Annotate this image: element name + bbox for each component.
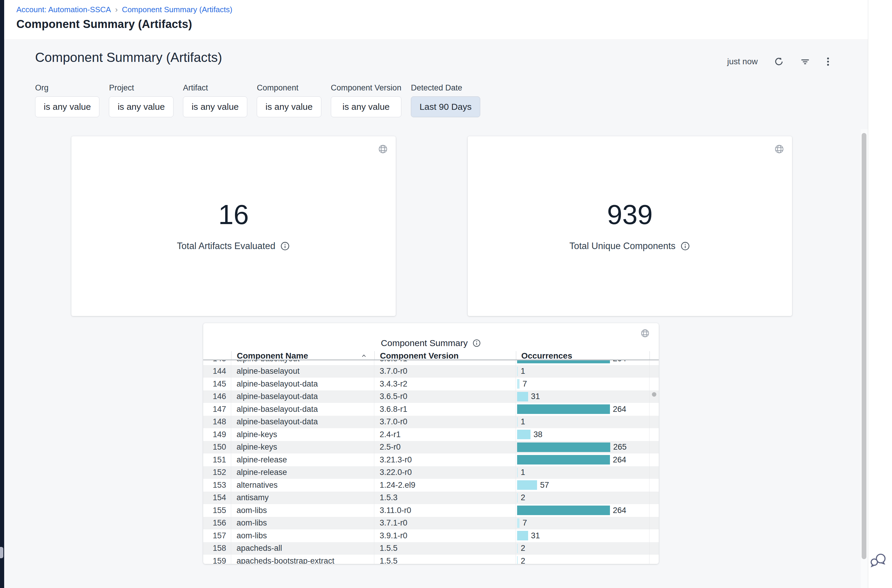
table-scrollbar-thumb[interactable] [652, 392, 657, 397]
stat-label: Total Artifacts Evaluated [177, 241, 276, 252]
occurrence-bar [517, 518, 520, 528]
cell-component-name: aom-libs [231, 504, 374, 517]
cell-gutter [649, 428, 659, 441]
filter-value-button[interactable]: is any value [257, 96, 321, 117]
last-refreshed-text: just now [727, 57, 758, 66]
info-icon[interactable] [680, 241, 690, 251]
cell-component-version: 3.7.0-r0 [374, 365, 516, 378]
cell-occurrences: 7 [516, 378, 649, 390]
cell-component-name: apacheds-bootstrap-extract [231, 555, 374, 564]
table-body-viewport[interactable]: 143 alpine-baselayout 3.6.8-r1 264 144 a… [203, 360, 659, 564]
filter-chip: Detected Date Last 90 Days [411, 83, 480, 117]
more-options-button[interactable] [826, 57, 830, 67]
table-row: 151 alpine-release 3.21.3-r0 264 [203, 453, 659, 466]
filter-button[interactable] [800, 57, 810, 67]
collapsed-nav-strip [0, 0, 4, 588]
row-index: 148 [203, 416, 231, 429]
cell-component-version: 2.4-r1 [374, 428, 516, 441]
tile-link-button[interactable] [774, 144, 784, 154]
cell-occurrences: 1 [516, 466, 649, 479]
occurrence-bar [517, 392, 528, 401]
stat-value: 939 [607, 201, 653, 228]
cell-gutter [649, 365, 659, 378]
cell-component-name: alpine-baselayout-data [231, 378, 374, 390]
occurrence-bar [517, 480, 537, 490]
table-row: 155 aom-libs 3.11.0-r0 264 [203, 504, 659, 517]
globe-icon [378, 144, 388, 154]
cell-component-name: antisamy [231, 492, 374, 504]
cell-component-name: aom-libs [231, 517, 374, 530]
cell-occurrences: 2 [516, 542, 649, 555]
info-icon[interactable] [472, 339, 481, 348]
row-index: 154 [203, 492, 231, 504]
cell-component-name: alpine-keys [231, 441, 374, 454]
breadcrumb: Account: Automation-SSCA › Component Sum… [16, 5, 868, 14]
row-index: 144 [203, 365, 231, 378]
row-index: 147 [203, 403, 231, 416]
globe-icon [640, 328, 650, 338]
sort-ascending-icon [361, 354, 367, 358]
nav-partial-element [0, 547, 3, 558]
info-icon[interactable] [280, 241, 290, 251]
cell-component-name: alternatives [231, 479, 374, 492]
cell-component-name: alpine-baselayout [231, 360, 374, 365]
cell-component-name: alpine-baselayout-data [231, 390, 374, 403]
cell-gutter [649, 466, 659, 479]
cell-gutter [649, 517, 659, 530]
breadcrumb-page-link[interactable]: Component Summary (Artifacts) [122, 5, 232, 14]
table-row: 156 aom-libs 3.7.1-r0 7 [203, 517, 659, 530]
stat-card-total-artifacts: 16 Total Artifacts Evaluated [71, 136, 396, 316]
filter-value-button[interactable]: is any value [109, 96, 173, 117]
stat-card-total-components: 939 Total Unique Components [468, 136, 792, 316]
cell-component-version: 3.6.8-r1 [374, 403, 516, 416]
right-gutter [868, 0, 892, 588]
occurrence-bar [517, 556, 518, 564]
cell-component-name: alpine-baselayout [231, 365, 374, 378]
table-row: 146 alpine-baselayout-data 3.6.5-r0 31 [203, 390, 659, 403]
cell-component-version: 3.11.0-r0 [374, 504, 516, 517]
tile-link-button[interactable] [378, 144, 388, 154]
occurrence-bar [517, 360, 610, 363]
table-row: 145 alpine-baselayout-data 3.4.3-r2 7 [203, 378, 659, 390]
breadcrumb-account-link[interactable]: Account: Automation-SSCA [16, 5, 111, 14]
occurrence-bar [517, 455, 610, 465]
row-index: 152 [203, 466, 231, 479]
filter-icon [800, 57, 810, 67]
row-index: 150 [203, 441, 231, 454]
page-scrollbar-thumb[interactable] [862, 133, 867, 559]
occurrence-value: 264 [613, 506, 626, 515]
help-chat-button[interactable] [870, 553, 887, 568]
cell-component-version: 3.21.3-r0 [374, 453, 516, 466]
occurrence-value: 2 [521, 556, 525, 564]
table-row: 148 alpine-baselayout-data 3.7.0-r0 1 [203, 416, 659, 429]
table-title: Component Summary [381, 338, 468, 348]
table-row: 150 alpine-keys 2.5-r0 265 [203, 441, 659, 454]
filter-value-button[interactable]: is any value [183, 96, 247, 117]
occurrence-value: 57 [540, 481, 549, 490]
cell-component-version: 1.5.5 [374, 542, 516, 555]
tile-link-button[interactable] [640, 328, 650, 338]
breadcrumb-separator: › [115, 5, 118, 14]
occurrence-value: 265 [613, 442, 627, 452]
cell-occurrences: 7 [516, 517, 649, 530]
stat-value: 16 [218, 201, 249, 228]
occurrence-bar [517, 379, 520, 388]
content-right-border [868, 0, 868, 588]
row-index: 159 [203, 555, 231, 564]
filter-label: Org [35, 83, 99, 93]
cell-occurrences: 264 [516, 360, 649, 365]
filter-value-button[interactable]: is any value [35, 96, 99, 117]
cell-component-name: alpine-release [231, 466, 374, 479]
filter-chip: Artifact is any value [183, 83, 247, 117]
cell-gutter [649, 492, 659, 504]
occurrence-value: 31 [531, 531, 540, 540]
filter-value-button[interactable]: is any value [331, 96, 401, 117]
page-title: Component Summary (Artifacts) [16, 18, 868, 31]
cell-component-name: alpine-keys [231, 428, 374, 441]
filter-value-button[interactable]: Last 90 Days [411, 96, 480, 117]
occurrence-value: 38 [534, 430, 543, 439]
cell-gutter [649, 504, 659, 517]
cell-gutter [649, 378, 659, 390]
refresh-button[interactable] [774, 57, 784, 67]
cell-component-version: 2.5-r0 [374, 441, 516, 454]
